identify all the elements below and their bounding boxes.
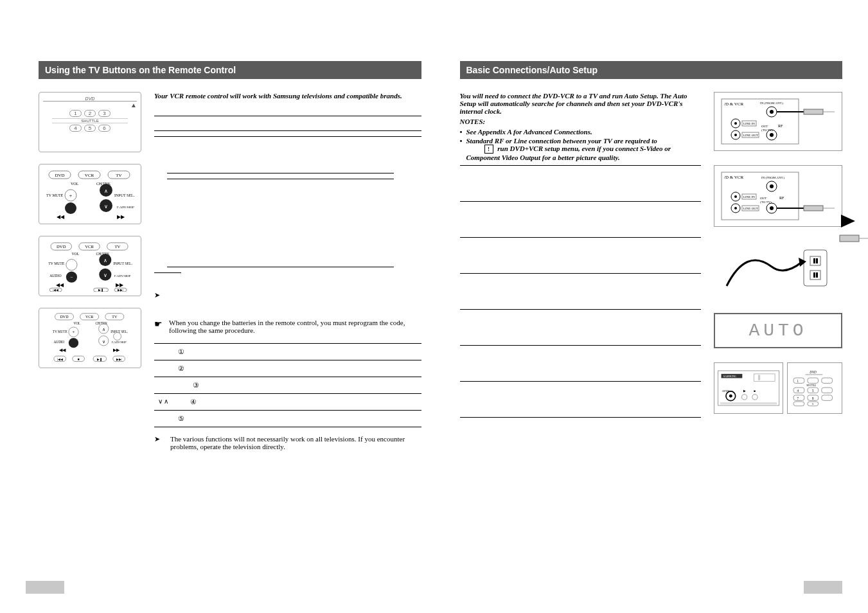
svg-text:◀◀: ◀◀ — [59, 348, 66, 352]
svg-point-131 — [742, 395, 747, 400]
svg-text:DVD: DVD — [60, 315, 69, 319]
svg-point-84 — [734, 122, 737, 125]
svg-point-132 — [752, 395, 757, 400]
svg-text:RF: RF — [779, 196, 784, 200]
dvdvcr-and-remote-diagram: SAMSUNG OPEN ▶ ■ — [714, 362, 842, 414]
svg-rect-82 — [804, 109, 823, 114]
svg-point-113 — [770, 206, 774, 210]
svg-text:7: 7 — [797, 397, 799, 400]
svg-text:SHUTTLE: SHUTTLE — [807, 384, 817, 387]
svg-text:▶▶|: ▶▶| — [118, 289, 123, 292]
svg-point-99 — [770, 184, 774, 188]
svg-text:∧: ∧ — [103, 258, 107, 263]
svg-text:▶▶: ▶▶ — [116, 282, 124, 288]
step-1: ① — [172, 348, 190, 356]
svg-text:0: 0 — [813, 402, 814, 405]
svg-text:/D & VCR: /D & VCR — [724, 175, 744, 180]
svg-rect-138 — [793, 378, 804, 383]
svg-text:∨: ∨ — [103, 272, 107, 278]
step-2: ② — [172, 364, 190, 373]
svg-rect-121 — [816, 272, 818, 278]
svg-text:VCR: VCR — [85, 173, 94, 178]
svg-rect-147 — [822, 387, 833, 393]
svg-text:DVD: DVD — [55, 173, 64, 178]
page-marker-left — [26, 581, 64, 594]
svg-rect-115 — [804, 250, 827, 286]
remote-top-sketch: DVD ▲ 1 2 3 SHUTTLE 4 5 6 — [39, 92, 141, 152]
svg-rect-114 — [804, 206, 823, 211]
svg-point-106 — [734, 207, 737, 209]
svg-marker-156 — [841, 215, 855, 227]
remote-illustrations-column: DVD ▲ 1 2 3 SHUTTLE 4 5 6 — [39, 92, 141, 459]
svg-rect-120 — [813, 272, 815, 278]
battery-note: ☛ When you change the batteries in the r… — [154, 319, 421, 334]
hand-pointer-icon: ☛ — [154, 319, 163, 334]
svg-text:OUT: OUT — [760, 197, 766, 200]
svg-text:TV MUTE: TV MUTE — [53, 330, 67, 333]
svg-text:DVD: DVD — [57, 244, 66, 249]
svg-text:TV MUTE: TV MUTE — [46, 193, 64, 197]
arrow-note-icon-1 — [154, 291, 421, 299]
lcd-auto-display: AUTO — [714, 313, 842, 348]
svg-text:VOL: VOL — [71, 182, 79, 186]
cable-overflow-icon — [837, 212, 868, 251]
left-page: Using the TV Buttons on the Remote Contr… — [39, 61, 421, 459]
svg-text:VCR: VCR — [85, 315, 93, 319]
svg-text:LINE OUT: LINE OUT — [743, 134, 758, 137]
svg-text:∧: ∧ — [104, 188, 108, 194]
svg-marker-122 — [799, 258, 806, 267]
svg-text:▶❚: ▶❚ — [98, 289, 103, 292]
svg-point-30 — [66, 260, 77, 271]
svg-text:+: + — [69, 193, 73, 199]
right-section-header: Basic Connections/Auto Setup — [460, 61, 843, 79]
svg-point-80 — [770, 110, 774, 114]
right-illustrations-column: /D & VCR IN (FROM ANT.) LINE IN LINE OUT… — [714, 92, 842, 453]
svg-text:∧: ∧ — [102, 327, 105, 332]
battery-note-text: When you change the batteries in the rem… — [169, 319, 421, 334]
svg-point-63 — [69, 338, 78, 348]
svg-rect-127 — [758, 375, 760, 380]
svg-text:IN (FROM ANT.): IN (FROM ANT.) — [761, 176, 784, 179]
svg-point-130 — [729, 395, 732, 398]
svg-text:F.ADV/SKIP: F.ADV/SKIP — [112, 341, 127, 344]
note-2: Standard RF or Line connection between y… — [460, 137, 702, 161]
svg-text:AUDIO: AUDIO — [49, 274, 61, 278]
svg-text:VCR: VCR — [85, 244, 94, 249]
svg-text:+: + — [73, 330, 75, 334]
svg-text:4: 4 — [797, 389, 799, 393]
svg-text:LINE IN: LINE IN — [743, 195, 755, 199]
svg-text:LINE IN: LINE IN — [743, 122, 755, 125]
step-4: ④ — [190, 398, 421, 406]
right-text-column: You will need to connect the DVD-VCR to … — [460, 92, 702, 453]
svg-text:VOL: VOL — [71, 252, 79, 256]
svg-text:|◀◀: |◀◀ — [57, 357, 63, 361]
svg-rect-157 — [840, 235, 859, 242]
svg-text:INPUT SEL.: INPUT SEL. — [113, 262, 132, 265]
right-intro: You will need to connect the DVD-VCR to … — [460, 92, 702, 115]
svg-text:∨: ∨ — [104, 204, 108, 209]
svg-text:▶▶: ▶▶ — [117, 214, 125, 220]
svg-text:■: ■ — [78, 357, 80, 361]
right-page: Basic Connections/Auto Setup You will ne… — [460, 61, 843, 459]
svg-point-102 — [734, 195, 737, 198]
svg-text:TV: TV — [112, 315, 118, 319]
svg-text:AUDIO: AUDIO — [54, 340, 65, 344]
svg-text:◀◀: ◀◀ — [56, 282, 64, 288]
arrow-note-icon-2 — [154, 435, 164, 450]
ch-up-down-label: ∨ ∧ — [154, 398, 172, 405]
svg-text:▶▶: ▶▶ — [113, 348, 120, 352]
power-plug-diagram — [714, 241, 842, 299]
note-1: See Appendix A for Advanced Connections. — [460, 128, 702, 136]
svg-text:▶▶|: ▶▶| — [116, 357, 122, 361]
step-5: ⑤ — [172, 414, 190, 423]
svg-rect-118 — [816, 258, 818, 263]
svg-text:INPUT SEL.: INPUT SEL. — [114, 193, 135, 197]
svg-rect-135 — [720, 402, 777, 404]
svg-text:■: ■ — [754, 389, 756, 393]
svg-text:/D & VCR: /D & VCR — [724, 102, 744, 107]
notes-label: NOTES: — [460, 118, 702, 125]
svg-text:8: 8 — [812, 397, 814, 400]
step-3: ③ — [190, 381, 421, 389]
svg-rect-141 — [822, 378, 833, 383]
svg-text:∨: ∨ — [102, 339, 105, 344]
